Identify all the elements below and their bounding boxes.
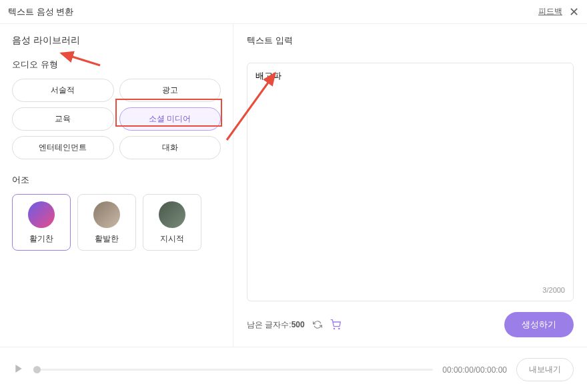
tone-label-lively: 활발한 [95, 233, 119, 245]
tone-energetic[interactable]: 활기찬 [12, 194, 71, 251]
audio-type-education[interactable]: 교육 [12, 107, 114, 131]
avatar-icon [93, 201, 120, 228]
dialog-title: 텍스트 음성 변환 [8, 6, 73, 18]
audio-type-label: 오디오 유형 [12, 59, 221, 71]
refresh-icon[interactable] [313, 320, 322, 329]
close-icon[interactable]: ✕ [569, 6, 579, 18]
svg-point-1 [338, 328, 339, 329]
feedback-link[interactable]: 피드백 [538, 6, 562, 17]
remaining-chars-label: 남은 글자수:500 [247, 319, 305, 331]
progress-knob[interactable] [33, 366, 41, 373]
audio-type-social[interactable]: 소셜 미디어 [119, 107, 221, 131]
progress-slider[interactable] [33, 369, 433, 371]
audio-type-entertainment[interactable]: 엔터테인먼트 [12, 136, 114, 159]
export-button[interactable]: 내보내기 [516, 358, 574, 381]
tone-directive[interactable]: 지시적 [143, 194, 201, 251]
audio-type-ad[interactable]: 광고 [119, 79, 221, 102]
audio-type-conversation[interactable]: 대화 [119, 136, 221, 159]
cart-icon[interactable] [330, 319, 341, 330]
text-input-label: 텍스트 입력 [247, 35, 574, 47]
time-display: 00:00:00/00:00:00 [442, 365, 507, 375]
avatar-icon [159, 201, 185, 228]
tone-label-directive: 지시적 [160, 233, 184, 245]
audio-type-narrative[interactable]: 서술적 [12, 79, 114, 102]
tone-lively[interactable]: 활발한 [77, 194, 136, 251]
library-title: 음성 라이브러리 [12, 35, 221, 47]
avatar-icon [28, 201, 55, 228]
char-count: 3/2000 [542, 286, 565, 294]
svg-point-0 [334, 328, 334, 329]
tone-label: 어조 [12, 174, 221, 186]
play-icon[interactable] [13, 363, 24, 376]
tone-label-energetic: 활기찬 [29, 233, 53, 245]
svg-marker-2 [15, 365, 21, 373]
generate-button[interactable]: 생성하기 [504, 312, 574, 337]
text-input[interactable] [255, 70, 565, 286]
